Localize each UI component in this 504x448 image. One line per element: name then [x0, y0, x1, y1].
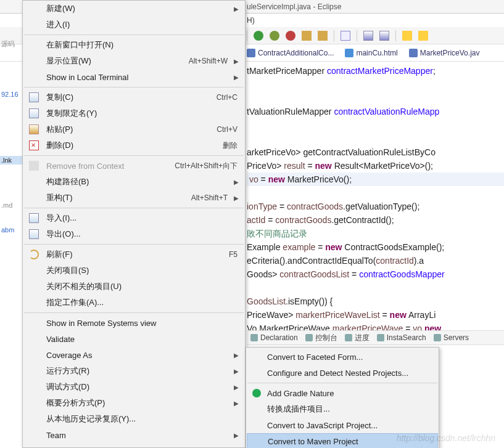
context-menu-item[interactable]: Team▶ — [23, 427, 245, 443]
code-line — [247, 91, 504, 105]
menu-item-label: 调试方式(D) — [46, 381, 89, 393]
context-menu-item[interactable]: 关闭不相关的项目(U) — [23, 279, 245, 295]
code-line: Goods> contractGoodsList = contractGoods… — [247, 267, 504, 281]
context-menu-item[interactable]: 在新窗口中打开(N) — [23, 37, 245, 53]
context-menu-item[interactable]: Validate — [23, 331, 245, 347]
context-menu-item[interactable]: 复制限定名(Y) — [23, 105, 245, 121]
bottom-views: Declaration控制台进度InstaSearchServers — [247, 330, 504, 345]
menu-item-label: 重构(T) — [46, 192, 73, 203]
submenu-item-label: Add Gradle Nature — [267, 389, 334, 398]
menu-item-label: Show in Remote Systems view — [46, 319, 156, 328]
menu-item-label: 进入(I) — [46, 19, 70, 30]
menu-separator — [24, 35, 244, 35]
context-menu-item[interactable]: 关闭项目(S) — [23, 263, 245, 279]
menu-item-label: Coverage As — [46, 351, 92, 360]
context-menu-item[interactable]: 概要分析方式(P)▶ — [23, 395, 245, 411]
task-icon[interactable] — [379, 31, 389, 41]
task-icon[interactable] — [363, 31, 373, 41]
bottom-tab[interactable]: InstaSearch — [377, 333, 426, 342]
context-menu-item[interactable]: 从本地历史记录复原(Y)... — [23, 411, 245, 427]
code-line: arketPriceVo> getContractValuationRuleLi… — [247, 145, 504, 159]
context-menu-item[interactable]: 删除(D)删除 — [23, 137, 245, 153]
submenu-item-label: Configure and Detect Nested Projects... — [267, 369, 408, 378]
bottom-tab[interactable]: 控制台 — [305, 333, 337, 343]
bottom-tab[interactable]: Servers — [434, 333, 469, 342]
code-line: Example example = new ContractGoodsExamp… — [247, 240, 504, 254]
editor-tab[interactable]: ContractAdditionalCo... — [247, 49, 334, 57]
code-line: 敗不同商品记录 — [247, 227, 504, 240]
context-menu-item[interactable]: 进入(I) — [23, 17, 245, 33]
watermark: http://blog.csdn.net/lrchhn — [397, 433, 495, 443]
menu-item-label: 运行方式(R) — [46, 365, 89, 377]
context-menu-item[interactable]: 运行方式(R)▶ — [23, 363, 245, 379]
toolbar-separator — [247, 30, 247, 41]
toolbar-separator — [334, 30, 334, 41]
context-menu-item[interactable]: 导出(O)... — [23, 226, 245, 242]
bottom-tab[interactable]: 进度 — [345, 333, 370, 343]
paste-icon — [29, 124, 39, 134]
chevron-right-icon: ▶ — [234, 195, 239, 202]
file-lnk[interactable]: .lnk — [0, 156, 22, 165]
export-icon — [29, 229, 39, 239]
menu-shortcut: Ctrl+C — [217, 93, 238, 102]
remove-icon — [29, 161, 39, 171]
code-line: GoodsList.isEmpty()) { — [247, 295, 504, 308]
new-package-icon[interactable] — [302, 31, 312, 41]
new-class-icon[interactable] — [318, 31, 328, 41]
view-icon — [434, 334, 441, 341]
context-menu-item[interactable]: Show in Remote Systems view — [23, 315, 245, 331]
submenu-item[interactable]: 转换成插件项目... — [246, 401, 439, 417]
menu-item-label: 关闭项目(S) — [46, 265, 89, 276]
menu-item-label: Validate — [46, 335, 75, 344]
context-menu-item[interactable]: 刷新(F)F5 — [23, 246, 245, 263]
import-icon — [29, 213, 39, 223]
run-icon[interactable] — [254, 31, 263, 41]
context-menu-item[interactable]: 重构(T)Alt+Shift+T▶ — [23, 190, 245, 206]
submenu-item[interactable]: Convert to JavaScript Project... — [246, 417, 439, 433]
menu-item-label: 复制限定名(Y) — [46, 108, 97, 119]
chevron-right-icon: ▶ — [234, 352, 239, 359]
context-menu-item[interactable]: 调试方式(D)▶ — [23, 379, 245, 395]
toolbar-separator — [357, 30, 357, 41]
context-menu-item[interactable]: Compare With▶ — [23, 443, 245, 448]
context-menu-item[interactable]: 导入(I)... — [23, 210, 245, 226]
code-line — [247, 132, 504, 145]
menu-item-label: 刷新(F) — [46, 249, 73, 260]
code-line: PriceWave> markertPriceWaveList = new Ar… — [247, 308, 504, 322]
menu-item-label: Team — [46, 431, 66, 440]
bottom-tab[interactable]: Declaration — [250, 333, 298, 342]
chevron-right-icon: ▶ — [234, 384, 239, 391]
chevron-right-icon: ▶ — [234, 58, 239, 65]
java-file-icon — [247, 49, 255, 57]
code-line: ionType = contractGoods.getValuationType… — [247, 200, 504, 213]
context-menu-item[interactable]: 复制(C)Ctrl+C — [23, 89, 245, 105]
forward-icon[interactable] — [418, 31, 428, 41]
java-file-icon — [409, 49, 418, 57]
editor-tab[interactable]: mainCu.html — [345, 49, 397, 57]
context-menu-item[interactable]: 构建路径(B)▶ — [23, 174, 245, 190]
view-icon — [305, 334, 313, 341]
file-md: .md — [0, 199, 22, 211]
context-menu-item[interactable]: 粘贴(P)Ctrl+V — [23, 121, 245, 137]
context-menu-item[interactable]: 新建(W)▶ — [23, 1, 245, 17]
context-menu-item[interactable]: Show in Local Terminal▶ — [23, 69, 245, 85]
bottom-tab-label: Declaration — [260, 333, 298, 342]
menu-item-label: 删除(D) — [46, 140, 73, 151]
back-icon[interactable] — [402, 31, 412, 41]
submenu-item[interactable]: Add Gradle Nature — [246, 385, 439, 401]
view-icon — [345, 334, 352, 341]
left-info-strip: 源码 92.16 .lnk .md abm — [0, 37, 22, 236]
submenu-item[interactable]: Convert to Faceted Form... — [246, 349, 439, 365]
menu-shortcut: 删除 — [223, 141, 238, 151]
context-menu-item[interactable]: 显示位置(W)Alt+Shift+W▶ — [23, 53, 245, 69]
context-menu-item[interactable]: 指定工作集(A)... — [23, 295, 245, 311]
editor-tab[interactable]: MarketPriceVo.jav — [409, 49, 480, 57]
submenu-item[interactable]: Configure and Detect Nested Projects... — [246, 365, 439, 381]
search-icon[interactable] — [341, 31, 350, 41]
context-menu-item[interactable]: Coverage As▶ — [23, 347, 245, 363]
debug-icon[interactable] — [270, 31, 279, 41]
external-tools-icon[interactable] — [286, 31, 295, 41]
code-line: tMarketPriceMapper contractMarketPriceMa… — [247, 64, 504, 78]
code-line: tValuationRuleMapper contractValuationRu… — [247, 105, 504, 118]
view-icon — [377, 334, 384, 341]
